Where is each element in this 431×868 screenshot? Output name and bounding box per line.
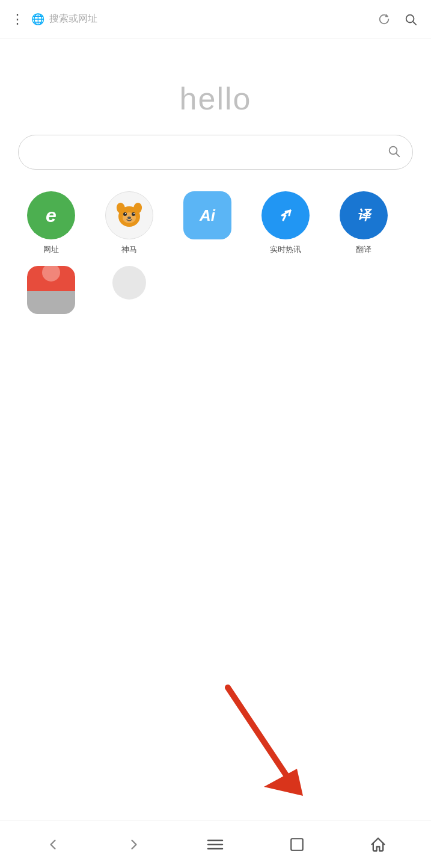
quick-icons-row1: e 网址 xyxy=(0,191,431,255)
back-button[interactable] xyxy=(35,830,71,860)
hotline-icon-circle xyxy=(261,191,310,239)
svg-line-3 xyxy=(396,153,399,156)
partial-ai-icon xyxy=(27,266,75,314)
search-bar[interactable] xyxy=(18,135,413,170)
search-input[interactable] xyxy=(31,147,387,158)
arrow-annotation xyxy=(204,676,324,808)
home-icon xyxy=(370,836,387,853)
quickicon-wangzhi[interactable]: e 网址 xyxy=(12,191,90,255)
more-options-icon[interactable]: ⋮ xyxy=(11,11,23,27)
search-bar-container xyxy=(0,135,431,170)
partial-icon2 xyxy=(112,266,146,300)
menu-button[interactable] xyxy=(197,830,233,860)
address-bar-text[interactable]: 搜索或网址 xyxy=(49,13,374,25)
svg-line-1 xyxy=(413,22,416,25)
forward-icon xyxy=(126,836,142,853)
arrow-svg xyxy=(204,676,324,808)
quickicon-partial-ai[interactable] xyxy=(12,266,90,319)
top-bar: ⋮ 🌐 搜索或网址 xyxy=(0,0,431,38)
svg-marker-14 xyxy=(264,769,303,796)
hello-section: hello xyxy=(0,38,431,135)
svg-point-9 xyxy=(132,212,135,216)
svg-rect-18 xyxy=(291,839,303,851)
ai-icon: Ai xyxy=(183,191,231,239)
translate-label: 翻译 xyxy=(356,244,371,255)
shenma-dog-svg xyxy=(114,200,145,231)
bottom-nav xyxy=(0,820,431,868)
svg-point-10 xyxy=(125,213,126,214)
svg-point-12 xyxy=(127,217,131,219)
windows-button[interactable] xyxy=(279,830,315,860)
quickicon-partial2[interactable] xyxy=(90,266,168,304)
svg-point-11 xyxy=(133,213,135,214)
globe-icon: 🌐 xyxy=(31,13,44,26)
shenma-icon-circle xyxy=(105,191,153,239)
windows-icon xyxy=(289,837,305,852)
hotline-arrow-svg xyxy=(275,205,296,226)
back-icon xyxy=(44,836,61,853)
quick-icons-row2 xyxy=(0,266,431,319)
translate-icon-circle: 译 xyxy=(340,191,388,239)
hotline-label: 实时热讯 xyxy=(270,244,301,255)
forward-button[interactable] xyxy=(116,830,152,860)
menu-icon xyxy=(206,837,224,852)
refresh-button[interactable] xyxy=(374,10,394,29)
svg-point-8 xyxy=(123,212,127,216)
svg-line-13 xyxy=(228,688,288,778)
quickicon-translate[interactable]: 译 翻译 xyxy=(325,191,403,255)
shenma-label: 神马 xyxy=(121,244,137,255)
quickicon-hotline[interactable]: 实时热讯 xyxy=(246,191,325,255)
wangzhi-icon: e xyxy=(27,191,75,239)
quickicon-ai[interactable]: Ai xyxy=(168,191,246,244)
hello-text: hello xyxy=(180,81,252,116)
search-icon[interactable] xyxy=(401,10,420,29)
search-bar-icon xyxy=(387,144,400,160)
wangzhi-label: 网址 xyxy=(43,244,59,255)
home-button[interactable] xyxy=(360,830,396,860)
quickicon-shenma[interactable]: 神马 xyxy=(90,191,168,255)
